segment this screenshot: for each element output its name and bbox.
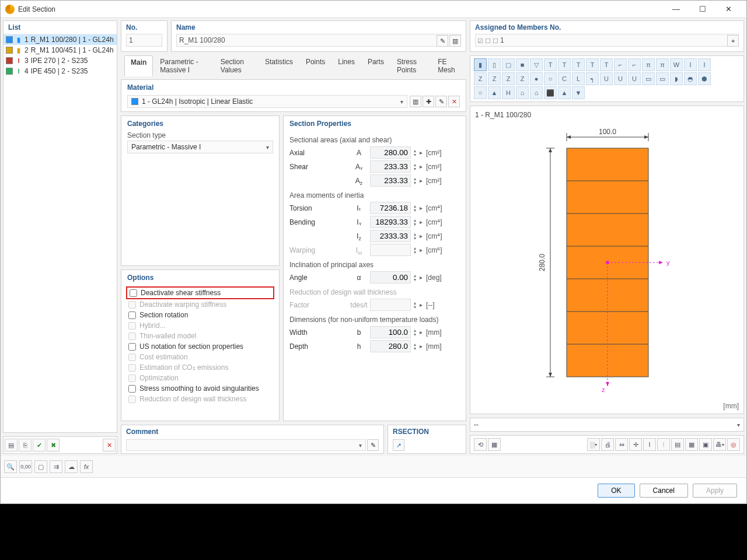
edit-name-icon[interactable]: ✎: [437, 35, 448, 47]
list-item[interactable]: I3IPE 270 | 2 - S235: [4, 55, 117, 66]
spinner-icon[interactable]: ▴▾: [412, 177, 418, 185]
spinner-icon[interactable]: ▴▾: [412, 204, 418, 212]
shape-l1-icon[interactable]: ⌐: [614, 58, 627, 71]
comment-edit-icon[interactable]: ✎: [367, 439, 379, 451]
frame-icon[interactable]: ▢: [34, 460, 47, 473]
shape-z4-icon[interactable]: Z: [516, 72, 529, 85]
material-delete-icon[interactable]: ✕: [448, 96, 460, 107]
prop-value-input[interactable]: [370, 160, 411, 173]
material-new-icon[interactable]: ✚: [423, 96, 434, 107]
maximize-button[interactable]: ☐: [689, 1, 715, 18]
shape-square2-icon[interactable]: ■: [516, 58, 529, 71]
no-input[interactable]: [126, 34, 162, 47]
tab-lines[interactable]: Lines: [332, 55, 361, 76]
include-icon[interactable]: ✔: [33, 439, 46, 452]
comment-select[interactable]: ▾: [126, 439, 366, 451]
shape-i2-icon[interactable]: I: [698, 58, 711, 71]
toolbar-3d-icon[interactable]: ▦: [488, 438, 501, 451]
toolbar-display-icon[interactable]: ░: [587, 438, 600, 451]
tab-statistics[interactable]: Statistics: [259, 55, 299, 76]
prop-value-input[interactable]: [370, 202, 411, 214]
pick-members-icon[interactable]: ⌖: [727, 35, 739, 47]
apply-button[interactable]: Apply: [693, 484, 737, 498]
tab-fe-mesh[interactable]: FE Mesh: [432, 55, 463, 76]
list-item[interactable]: I4IPE 450 | 2 - S235: [4, 66, 117, 76]
shape-u3-icon[interactable]: U: [628, 72, 641, 85]
prop-value-input[interactable]: [370, 271, 411, 284]
prop-value-input[interactable]: [370, 174, 411, 187]
link-arrow-icon[interactable]: ▸: [418, 163, 424, 170]
chevron-down-icon[interactable]: ▾: [737, 422, 740, 428]
shape-step-icon[interactable]: ┑: [586, 72, 599, 85]
toolbar-grid-icon[interactable]: ▦: [685, 438, 698, 451]
shape-rect-icon[interactable]: ▯: [488, 58, 501, 71]
shape-bottle-icon[interactable]: ⬛: [544, 86, 557, 99]
link-arrow-icon[interactable]: ▸: [418, 177, 424, 184]
prop-value-input[interactable]: [370, 216, 411, 228]
cancel-button[interactable]: Cancel: [640, 484, 688, 498]
spinner-icon[interactable]: ▴▾: [412, 218, 418, 226]
option-checkbox[interactable]: [128, 385, 136, 393]
cloud-icon[interactable]: ☁: [65, 460, 78, 473]
units-icon[interactable]: 0,00: [19, 460, 32, 473]
option-checkbox[interactable]: [128, 312, 136, 319]
close-button[interactable]: ✕: [715, 1, 742, 18]
shape-pi1-icon[interactable]: π: [642, 58, 655, 71]
spinner-icon[interactable]: ▴▾: [412, 149, 418, 157]
spinner-icon[interactable]: ▴▾: [412, 163, 418, 171]
link-arrow-icon[interactable]: ▸: [418, 219, 424, 225]
option-checkbox[interactable]: [130, 289, 137, 297]
shape-z3-icon[interactable]: Z: [502, 72, 515, 85]
list-item[interactable]: ▮2R_M1 100/451 | 1 - GL24h: [4, 45, 117, 55]
link-arrow-icon[interactable]: ▸: [418, 205, 424, 211]
shape-v-icon[interactable]: ▽: [530, 58, 543, 71]
shape-semi-icon[interactable]: ◓: [684, 72, 697, 85]
prop-value-input[interactable]: [370, 340, 411, 352]
toolbar-i-icon[interactable]: I: [643, 438, 656, 451]
shape-l2-icon[interactable]: ⌐: [628, 58, 641, 71]
tab-main[interactable]: Main: [124, 55, 153, 76]
toolbar-dim-icon[interactable]: ⇔: [615, 438, 628, 451]
toolbar-mesh-icon[interactable]: ▤: [671, 438, 684, 451]
link-arrow-icon[interactable]: ▸: [418, 343, 424, 349]
shape-l3-icon[interactable]: L: [572, 72, 585, 85]
library-icon[interactable]: ▥: [449, 35, 461, 47]
new-icon[interactable]: ▤: [5, 439, 18, 452]
material-select[interactable]: 1 - GL24h | Isotropic | Linear Elastic ▾: [127, 95, 407, 108]
name-input[interactable]: [176, 34, 461, 47]
copy-icon[interactable]: ⎘: [19, 439, 32, 452]
tree-icon[interactable]: ⇉: [50, 460, 62, 473]
shape-home-icon[interactable]: ⌂: [516, 86, 529, 99]
toolbar-print-icon[interactable]: 🖨: [601, 438, 614, 451]
shape-u2-icon[interactable]: U: [614, 72, 627, 85]
toolbar-values-icon[interactable]: ▣: [699, 438, 712, 451]
shape-rect-solid-icon[interactable]: ▮: [474, 58, 487, 71]
shape-i1-icon[interactable]: I: [684, 58, 697, 71]
prop-value-input[interactable]: [370, 326, 411, 338]
toolbar-i2-icon[interactable]: I: [657, 438, 670, 451]
link-arrow-icon[interactable]: ▸: [418, 329, 424, 335]
delete-icon[interactable]: ✕: [103, 439, 116, 452]
toolbar-reset-view-icon[interactable]: ⟲: [474, 438, 487, 451]
assigned-input[interactable]: [475, 34, 739, 47]
fx-icon[interactable]: fx: [80, 460, 93, 473]
material-edit-icon[interactable]: ✎: [435, 96, 447, 107]
option-checkbox[interactable]: [128, 343, 136, 351]
exclude-icon[interactable]: ✖: [47, 439, 60, 452]
shape-u1-icon[interactable]: U: [600, 72, 613, 85]
help-icon[interactable]: 🔍: [4, 460, 17, 473]
shape-pi2-icon[interactable]: π: [656, 58, 669, 71]
link-arrow-icon[interactable]: ▸: [418, 274, 424, 281]
toolbar-export-icon[interactable]: 🖶: [713, 438, 726, 451]
shape-h1-icon[interactable]: H: [502, 86, 515, 99]
shape-z2-icon[interactable]: Z: [488, 72, 501, 85]
shape-t4-icon[interactable]: T: [586, 58, 599, 71]
shape-home2-icon[interactable]: ⌂: [530, 86, 543, 99]
shape-tri1-icon[interactable]: ▲: [488, 86, 501, 99]
shape-t2-icon[interactable]: T: [558, 58, 571, 71]
section-type-select[interactable]: Parametric - Massive I ▾: [127, 141, 273, 153]
shape-z1-icon[interactable]: Z: [474, 72, 487, 85]
shape-t5-icon[interactable]: T: [600, 58, 613, 71]
link-arrow-icon[interactable]: ▸: [418, 233, 424, 239]
shape-oct-icon[interactable]: ○: [474, 86, 487, 99]
